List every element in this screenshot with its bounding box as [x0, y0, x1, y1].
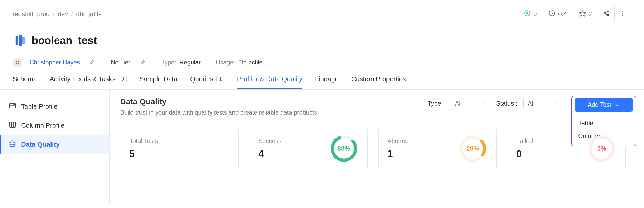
svg-marker-2 [580, 10, 585, 16]
share-icon [603, 10, 610, 18]
breadcrumb-item[interactable]: dbt_jaffle [76, 10, 102, 18]
status-filter-select[interactable]: All [523, 97, 563, 110]
donut-failed: 0% [587, 134, 616, 163]
card-aborted: Aborted 1 20% [378, 126, 497, 171]
divider [208, 59, 208, 66]
tab-label: Queries [190, 75, 213, 83]
card-value: 0 [516, 148, 533, 159]
tab-sample-data[interactable]: Sample Data [139, 75, 178, 89]
card-label: Success [258, 138, 281, 145]
usage-meta: Usage: 0th pctile [216, 59, 263, 66]
column-profile-icon [8, 121, 16, 130]
edit-tier-button[interactable] [138, 59, 146, 67]
svg-point-10 [622, 15, 623, 16]
tab-schema[interactable]: Schema [13, 75, 37, 89]
card-value: 1 [388, 148, 409, 159]
sidebar-item-table-profile[interactable]: Table Profile [0, 97, 109, 116]
card-label: Aborted [388, 138, 409, 145]
sidebar-item-label: Column Profile [21, 122, 64, 129]
count-badge: 1 [216, 75, 224, 83]
stat-value: 2 [589, 10, 592, 18]
chevron-down-icon [614, 102, 620, 107]
svg-rect-17 [10, 122, 16, 127]
stat-history[interactable]: 0.4 [543, 6, 573, 22]
table-profile-icon [8, 102, 16, 111]
tab-label: Schema [13, 75, 37, 83]
target-icon [524, 10, 531, 18]
more-button[interactable] [615, 6, 631, 22]
usage-label: Usage: [216, 59, 235, 66]
svg-rect-13 [22, 37, 25, 44]
card-value: 4 [258, 148, 281, 159]
donut-aborted: 20% [458, 134, 487, 163]
section-description: Build trust in your data with quality te… [120, 108, 319, 117]
tab-label: Profiler & Data Quality [237, 75, 302, 83]
svg-point-1 [527, 13, 528, 14]
svg-rect-12 [19, 35, 22, 46]
database-icon [13, 34, 26, 47]
tab-activity[interactable]: Activity Feeds & Tasks 0 [50, 75, 127, 89]
chevron-down-icon [482, 100, 486, 107]
stat-stars[interactable]: 2 [573, 6, 598, 22]
tab-profiler[interactable]: Profiler & Data Quality [237, 75, 302, 89]
edit-owner-button[interactable] [88, 59, 96, 67]
tabs: Schema Activity Feeds & Tasks 0 Sample D… [0, 72, 644, 90]
svg-rect-11 [16, 36, 18, 45]
sidebar-item-label: Data Quality [21, 141, 60, 148]
tier: No Tier [111, 59, 130, 66]
tab-label: Custom Properties [351, 75, 406, 83]
share-button[interactable] [598, 6, 615, 22]
sidebar-item-label: Table Profile [21, 103, 58, 110]
breadcrumb-sep: / [53, 10, 55, 18]
type-label: Type: [161, 59, 176, 66]
breadcrumb-item[interactable]: redshift_prod [13, 10, 50, 18]
history-icon [549, 10, 556, 18]
divider [103, 59, 103, 66]
sidebar: Table Profile Column Profile Data Qualit… [0, 90, 110, 203]
page-title: boolean_test [32, 35, 97, 46]
sidebar-item-data-quality[interactable]: Data Quality [0, 135, 109, 154]
tab-queries[interactable]: Queries 1 [190, 75, 225, 89]
section-title: Data Quality [120, 97, 319, 106]
donut-success: 80% [329, 134, 358, 163]
donut-percent: 80% [329, 134, 358, 163]
type-filter-select[interactable]: All [451, 97, 490, 110]
usage-value: 0th pctile [238, 59, 263, 66]
svg-point-9 [622, 13, 623, 14]
status-filter-label: Status : [496, 100, 517, 107]
button-label: Add Test [588, 101, 611, 108]
count-badge: 0 [119, 75, 127, 83]
dropdown-item-table[interactable]: Table [575, 117, 633, 130]
sidebar-item-column-profile[interactable]: Column Profile [0, 116, 109, 135]
select-value: All [528, 100, 535, 107]
svg-point-20 [10, 141, 15, 143]
tab-label: Sample Data [139, 75, 178, 83]
select-value: All [455, 100, 462, 107]
owner-name[interactable]: Christopher Hayes [30, 59, 80, 66]
type-value: Regular [179, 59, 201, 66]
divider [154, 59, 154, 66]
tab-custom-properties[interactable]: Custom Properties [351, 75, 406, 89]
card-total-tests: Total Tests 5 [120, 126, 239, 171]
tab-label: Lineage [315, 75, 339, 83]
breadcrumb: redshift_prod / dev / dbt_jaffle [13, 10, 102, 18]
tab-lineage[interactable]: Lineage [315, 75, 339, 89]
svg-point-16 [14, 104, 15, 105]
more-vertical-icon [619, 10, 626, 18]
tab-label: Activity Feeds & Tasks [50, 75, 116, 83]
card-success: Success 4 80% [249, 126, 367, 171]
type-meta: Type: Regular [161, 59, 201, 66]
type-filter-label: Type : [427, 100, 445, 107]
add-test-button[interactable]: Add Test [575, 98, 633, 112]
donut-percent: 20% [458, 134, 487, 163]
data-quality-icon [8, 140, 16, 149]
header-stats: 0 0.4 2 [518, 6, 631, 22]
chevron-down-icon [554, 100, 558, 107]
breadcrumb-item[interactable]: dev [58, 10, 68, 18]
svg-point-8 [622, 11, 623, 12]
breadcrumb-sep: / [71, 10, 73, 18]
stat-value: 0 [533, 10, 537, 18]
stat-value: 0.4 [558, 10, 567, 18]
card-value: 5 [129, 148, 158, 159]
stat-target[interactable]: 0 [518, 6, 543, 22]
